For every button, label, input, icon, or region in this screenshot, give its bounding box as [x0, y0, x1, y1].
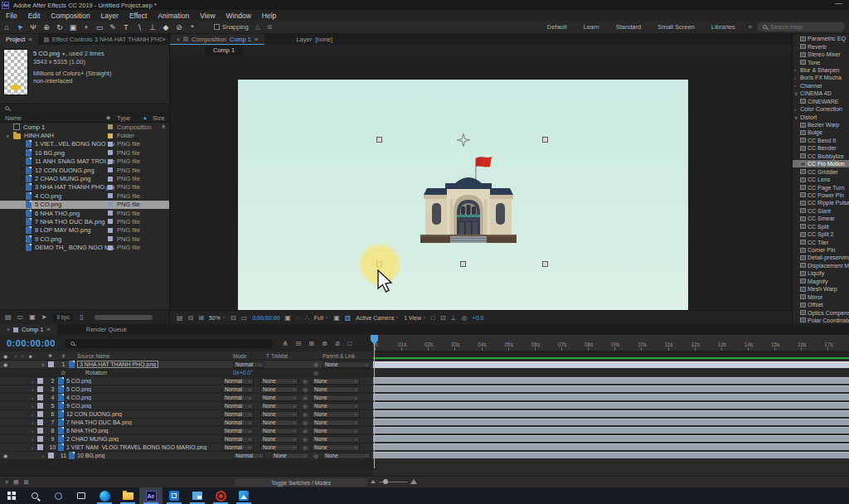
layer-name[interactable]: 4 CO.png	[66, 395, 222, 400]
home-tool-icon[interactable]: ⌂	[0, 23, 13, 32]
camera-tool-icon[interactable]: ▣	[66, 23, 80, 32]
layer-name[interactable]: 5 CO.png	[66, 386, 222, 392]
file-explorer-icon[interactable]	[116, 487, 139, 504]
sort-arrow-icon[interactable]: ▲	[143, 115, 148, 120]
parent-pickwhip-icon[interactable]: ◎	[298, 428, 312, 434]
expand-layers-icon[interactable]: ≡	[5, 479, 8, 486]
effect-item[interactable]: › Color Correction	[793, 105, 849, 113]
layer-row[interactable]: › 2 5 CO.png Normal None ◎ None	[0, 377, 373, 385]
project-item-row[interactable]: 12 CON DUONG.png PNG file	[0, 166, 169, 174]
effect-item[interactable]: Stereo Mixer	[793, 51, 849, 58]
column-name[interactable]: Name	[5, 114, 22, 122]
brush-tool-icon[interactable]: ∖	[133, 23, 146, 32]
group-expand-arrow[interactable]: ›	[794, 107, 800, 112]
blend-mode-select[interactable]: Normal	[222, 444, 254, 451]
trkmat-select[interactable]: None	[271, 453, 309, 459]
item-name[interactable]: 5 CO.png	[35, 201, 114, 208]
color-depth-button[interactable]: 8 bpc	[52, 313, 74, 321]
workspace-button[interactable]: Libraries	[711, 23, 735, 31]
parent-select[interactable]: None	[312, 386, 360, 393]
trkmat-select[interactable]: None	[260, 395, 298, 401]
layer-label-chip[interactable]	[37, 411, 47, 417]
layer-row[interactable]: › 4 4 CO.png Normal None ◎ None	[0, 394, 373, 402]
eye-column-icon[interactable]: ◉	[0, 353, 11, 359]
item-name[interactable]: 2 CHAO MUNG.png	[35, 175, 114, 182]
group-expand-arrow[interactable]: ∨	[794, 90, 800, 96]
effect-item[interactable]: Mirror	[793, 293, 849, 300]
layer-expand-arrow[interactable]: ›	[27, 429, 37, 434]
menu-item[interactable]: View	[200, 12, 215, 20]
layer-duration-bar[interactable]	[373, 435, 849, 442]
item-name[interactable]: 6 NHA THO.png	[35, 210, 114, 217]
layer-duration-bar[interactable]	[373, 419, 849, 425]
rotation-tool-icon[interactable]: ↻	[53, 23, 66, 32]
region-icon[interactable]: ▣	[333, 314, 340, 322]
parent-select[interactable]: None	[312, 411, 360, 418]
effect-item[interactable]: › Channel	[793, 82, 849, 90]
effect-item[interactable]: Corner Pin	[793, 246, 849, 254]
label-color-chip[interactable]	[108, 236, 113, 241]
type-tool-icon[interactable]: T	[119, 23, 133, 32]
cortana-button[interactable]	[46, 487, 70, 504]
snapping-checkbox[interactable]	[214, 24, 220, 30]
parent-pickwhip-icon[interactable]: ◎	[298, 436, 312, 443]
layer-name[interactable]: 7 NHA THO DUC BA.png	[66, 419, 222, 425]
item-name[interactable]: 10 BG.png	[35, 149, 114, 157]
effect-item[interactable]: ∨ CINEMA 4D	[793, 90, 849, 97]
trkmat-select[interactable]: None	[260, 386, 298, 393]
menu-item[interactable]: Effect	[129, 12, 148, 20]
composition-canvas[interactable]	[238, 80, 688, 310]
menu-item[interactable]: Animation	[158, 12, 189, 20]
effect-item[interactable]: Bulge	[793, 128, 849, 136]
panel-menu-icon[interactable]: ≡	[28, 36, 32, 43]
transform-handle[interactable]	[376, 137, 382, 143]
layer-row[interactable]: › 10 1 VIET NAM_VLOG TRAVEL BONG NGO MAR…	[0, 443, 373, 452]
pixel-aspect-icon[interactable]: ⊡	[440, 314, 446, 322]
parent-pickwhip-icon[interactable]: ◎	[298, 444, 312, 451]
blend-mode-select[interactable]: Normal	[222, 419, 254, 426]
layer-expand-arrow[interactable]: ›	[27, 437, 37, 442]
magnification-select[interactable]: 50%	[209, 315, 226, 321]
layer-label-chip[interactable]	[37, 444, 47, 450]
trkmat-select[interactable]: None	[260, 419, 298, 426]
anchor-point-icon[interactable]	[457, 133, 470, 147]
timeline-zoom-slider[interactable]	[371, 479, 417, 484]
blend-mode-select[interactable]: Normal	[222, 428, 254, 434]
tab-overflow-icon[interactable]: »	[163, 36, 169, 43]
effect-item[interactable]: CC Split	[793, 223, 849, 230]
snapping-control[interactable]: Snapping	[214, 23, 249, 31]
delete-icon[interactable]: ▯	[80, 313, 83, 321]
layer-duration-bar[interactable]	[373, 385, 849, 392]
tab-composition[interactable]: × Composition Comp 1 ≡	[170, 34, 264, 45]
parent-link-column[interactable]: Parent & Link	[323, 353, 371, 359]
blend-mode-select[interactable]: Normal	[233, 361, 264, 368]
menu-item[interactable]: Composition	[51, 12, 90, 20]
layer-duration-bar[interactable]	[373, 402, 849, 409]
search-button[interactable]	[23, 487, 46, 504]
layer-label-chip[interactable]	[37, 395, 47, 400]
mode-column[interactable]: Mode	[233, 353, 264, 359]
effect-item[interactable]: CC Blobbylize	[793, 153, 849, 160]
layer-expand-arrow[interactable]: ›	[27, 387, 37, 392]
breadcrumb[interactable]: Comp 1	[205, 46, 243, 55]
trkmat-select[interactable]: None	[260, 444, 298, 451]
layer-expand-arrow[interactable]: ›	[38, 453, 48, 458]
column-label-icon[interactable]: ◈	[106, 114, 110, 121]
layer-label-chip[interactable]	[48, 361, 58, 367]
project-search-row[interactable]	[0, 103, 169, 114]
parent-select[interactable]: None	[323, 361, 371, 368]
in-out-columns-icon[interactable]: ▤	[13, 479, 19, 486]
label-color-chip[interactable]	[108, 228, 113, 233]
layer-label-chip[interactable]	[37, 436, 47, 442]
effect-item[interactable]: Reverb	[793, 42, 849, 50]
edge-browser-icon[interactable]	[93, 487, 116, 504]
trkmat-select[interactable]: None	[260, 403, 298, 410]
after-effects-icon[interactable]: Ae	[139, 487, 163, 504]
timeline-wheel-icon[interactable]: ◎	[462, 314, 468, 322]
layer-expand-arrow[interactable]: ›	[27, 445, 37, 450]
group-expand-arrow[interactable]: ›	[794, 75, 800, 80]
menu-item[interactable]: Edit	[28, 12, 41, 20]
graph-editor-icon[interactable]: □	[347, 340, 352, 347]
effect-item[interactable]: Bezier Warp	[793, 121, 849, 128]
toggle-switches-button[interactable]: Toggle Switches / Modes	[235, 478, 367, 487]
